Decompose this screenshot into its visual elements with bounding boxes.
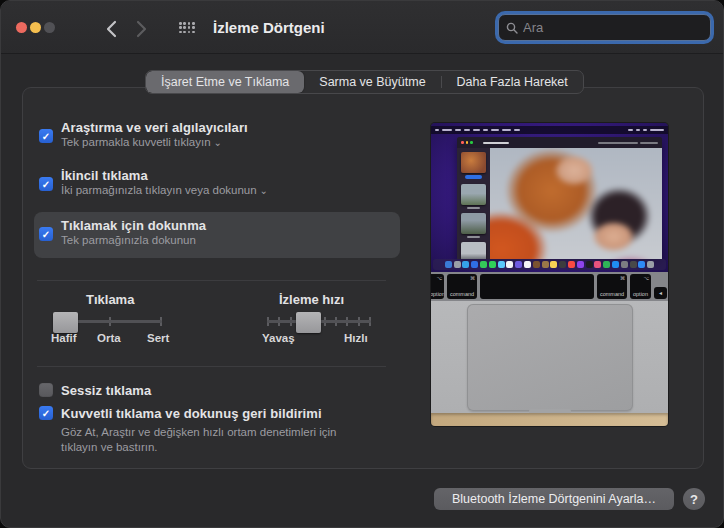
divider	[37, 366, 386, 367]
silent-clicking-checkbox[interactable]	[39, 383, 53, 397]
minimize-icon	[466, 141, 469, 144]
dock-app-icon	[515, 261, 522, 268]
secondary-click-checkbox[interactable]: ✓	[39, 177, 53, 191]
tap-to-click-checkbox[interactable]: ✓	[39, 227, 53, 241]
dock-app-icon	[568, 261, 575, 268]
dock-app-icon	[506, 261, 513, 268]
photo-thumbnail	[461, 213, 486, 234]
click-tick-label: Orta	[97, 332, 121, 344]
keyboard-row: ⌥option ⌘command ⌘command ⌥option ◂	[431, 272, 668, 301]
dock-app-icon	[559, 261, 566, 268]
force-click-description: Göz At, Araştır ve değişken hızlı ortam …	[61, 425, 336, 455]
chevron-down-icon: ⌄	[260, 185, 268, 196]
dock-app-icon	[638, 261, 645, 268]
check-icon: ✓	[42, 229, 50, 240]
tracking-min-label: Yavaş	[262, 332, 295, 344]
click-tick-label: Sert	[147, 332, 169, 344]
bluetooth-setup-button[interactable]: Bluetooth İzleme Dörtgenini Ayarla…	[434, 488, 674, 510]
tap-to-click-label: Tıklamak için dokunma	[61, 218, 206, 233]
help-button[interactable]: ?	[683, 488, 705, 510]
dock-app-icon	[630, 261, 637, 268]
lookup-checkbox[interactable]: ✓	[39, 129, 53, 143]
photos-toolbar	[457, 137, 662, 148]
chevron-down-icon: ⌄	[214, 137, 222, 148]
tab-more-gestures[interactable]: Daha Fazla Hareket	[442, 71, 583, 93]
force-click-checkbox[interactable]: ✓	[39, 406, 53, 420]
system-preferences-window: İzleme Dörtgeni İşaret Etme ve Tıklama S…	[0, 0, 724, 528]
back-button[interactable]	[101, 19, 121, 39]
command-key: ⌘command	[597, 274, 627, 299]
desk-surface	[431, 413, 668, 426]
divider	[37, 280, 386, 281]
title-bar: İzleme Dörtgeni	[1, 1, 723, 54]
check-icon: ✓	[42, 131, 50, 142]
dock-app-icon	[480, 261, 487, 268]
tap-to-click-subtitle: Tek parmağınızla dokunun	[61, 234, 196, 246]
macbook-deck	[431, 301, 668, 413]
photos-app-window	[457, 137, 662, 259]
photos-sidebar	[457, 148, 490, 259]
selected-thumbnail-badge	[465, 175, 482, 179]
tracking-slider-title: İzleme hızı	[279, 292, 344, 307]
search-field[interactable]	[498, 14, 711, 41]
option-key: ⌥option	[630, 274, 651, 299]
show-all-grid-icon[interactable]	[179, 22, 195, 33]
tracking-slider-thumb[interactable]	[296, 312, 321, 333]
trackpad-demo-video: ⌥option ⌘command ⌘command ⌥option ◂	[431, 123, 668, 426]
dock-app-icon	[612, 261, 619, 268]
dock-app-icon	[542, 261, 549, 268]
thumbnail-caption	[467, 207, 480, 209]
dock-app-icon	[586, 261, 593, 268]
dock-app-icon	[647, 261, 654, 268]
forward-button[interactable]	[131, 19, 151, 39]
photo-thumbnail-selected	[461, 152, 486, 173]
traffic-lights	[16, 22, 55, 33]
click-slider-title: Tıklama	[86, 292, 134, 307]
dock-app-icon	[594, 261, 601, 268]
lookup-mode-dropdown[interactable]: Tek parmakla kuvvetli tıklayın⌄	[61, 136, 222, 148]
page-title: İzleme Dörtgeni	[213, 19, 325, 36]
left-arrow-icon: ◂	[656, 291, 665, 296]
dock-app-icon	[524, 261, 531, 268]
dock-app-icon	[533, 261, 540, 268]
secondary-click-label: İkincil tıklama	[61, 168, 148, 183]
dock-app-icon	[454, 261, 461, 268]
zoom-icon	[470, 141, 473, 144]
dock-app-icon	[621, 261, 628, 268]
dock-app-icon	[603, 261, 610, 268]
lookup-label: Araştırma ve veri algılayıcıları	[61, 120, 248, 135]
dock	[433, 259, 666, 270]
dock-app-icon	[462, 261, 469, 268]
photo-thumbnail	[461, 184, 486, 205]
tab-bar: İşaret Etme ve Tıklama Sarma ve Büyütme …	[145, 70, 584, 94]
close-icon	[461, 141, 464, 144]
search-input[interactable]	[523, 20, 683, 35]
check-icon: ✓	[42, 179, 50, 190]
photo-two-women	[490, 148, 662, 259]
dock-app-icon	[550, 261, 557, 268]
minimize-button[interactable]	[30, 22, 41, 33]
dock-app-icon	[498, 261, 505, 268]
silent-clicking-label: Sessiz tıklama	[61, 383, 151, 398]
tab-scroll-and-zoom[interactable]: Sarma ve Büyütme	[304, 71, 440, 93]
secondary-click-mode-dropdown[interactable]: İki parmağınızla tıklayın veya dokunun⌄	[61, 184, 268, 196]
click-slider-thumb[interactable]	[53, 312, 78, 333]
chevron-left-icon	[106, 20, 117, 38]
force-click-label: Kuvvetli tıklama ve dokunuş geri bildiri…	[61, 406, 322, 421]
command-key: ⌘command	[447, 274, 477, 299]
option-key: ⌥option	[431, 274, 444, 299]
check-icon: ✓	[42, 408, 50, 419]
dock-app-icon	[489, 261, 496, 268]
zoom-button-disabled[interactable]	[44, 22, 55, 33]
space-bar-key	[480, 274, 594, 299]
menu-bar	[431, 126, 668, 134]
dock-app-icon	[445, 261, 452, 268]
arrow-key: ◂	[654, 287, 667, 299]
tab-point-and-click[interactable]: İşaret Etme ve Tıklama	[146, 71, 304, 93]
chevron-right-icon	[136, 20, 147, 38]
macbook-screen	[431, 123, 668, 272]
photo-thumbnail	[461, 242, 486, 259]
tracking-max-label: Hızlı	[344, 332, 368, 344]
trackpad-surface	[467, 304, 633, 411]
close-button[interactable]	[16, 22, 27, 33]
